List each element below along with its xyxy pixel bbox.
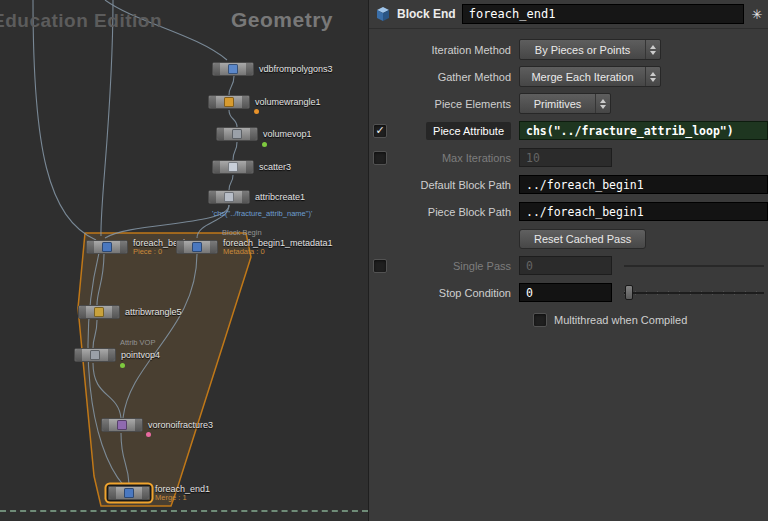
node-voronoifracture3[interactable]: voronoifracture3 (101, 418, 213, 432)
node-shape-selected (108, 486, 150, 500)
status-dot (254, 109, 259, 114)
iteration-method-dropdown[interactable]: By Pieces or Points (519, 39, 661, 60)
node-label: volumewrangle1 (255, 97, 321, 107)
node-type-header: Attrib VOP (120, 338, 155, 347)
check-icon: ✓ (375, 125, 384, 136)
node-label: voronoifracture3 (148, 420, 213, 430)
param-row-default-block-path: Default Block Path (369, 171, 768, 198)
max-iterations-checkbox[interactable] (373, 151, 387, 165)
houdini-window: Education Edition Geometry vdbfrompolygo… (0, 0, 768, 521)
attribcreate-icon (224, 192, 234, 202)
network-boundary-dashed-line (0, 510, 368, 512)
dropdown-value: Merge Each Iteration (520, 67, 645, 86)
node-type-header: Block Begin (222, 228, 262, 237)
dropdown-value: Primitives (520, 94, 595, 113)
node-name-input[interactable] (462, 4, 744, 24)
reset-cached-pass-button[interactable]: Reset Cached Pass (519, 229, 646, 249)
block-begin-icon (102, 242, 112, 252)
node-attribwrangle5[interactable]: attribwrangle5 (78, 305, 182, 319)
status-dot (120, 363, 125, 368)
node-comment: 'chs("../fracture_attrib_name")' (212, 209, 312, 218)
parameter-panel: Block End ✳ Iteration Method By Pieces o… (368, 0, 768, 521)
network-context-label: Geometry (231, 8, 333, 32)
block-begin-icon (192, 242, 202, 252)
node-shape (176, 240, 218, 254)
node-shape (74, 348, 116, 362)
foreach-block-region[interactable] (78, 233, 251, 506)
slider-handle[interactable] (625, 285, 633, 300)
node-badge: Metadata : 0 (223, 248, 333, 257)
iteration-method-label: Iteration Method (391, 44, 511, 56)
stop-condition-input[interactable] (519, 283, 612, 302)
node-scatter3[interactable]: scatter3 (212, 160, 291, 174)
single-pass-checkbox[interactable] (373, 259, 387, 273)
dropdown-value: By Pieces or Points (520, 40, 645, 59)
param-row-piece-elements: Piece Elements Primitives (369, 90, 768, 117)
piece-attribute-input[interactable] (519, 121, 768, 140)
node-label: volumevop1 (263, 129, 312, 139)
node-foreach-begin1-metadata1[interactable]: Block Begin foreach_begin1_metadata1 Met… (176, 238, 333, 257)
stop-condition-slider[interactable] (624, 283, 764, 303)
param-menu-icon[interactable]: ✳ (750, 7, 764, 22)
scatter-icon (228, 162, 238, 172)
param-row-iteration-method: Iteration Method By Pieces or Points (369, 36, 768, 63)
single-pass-slider[interactable] (624, 256, 764, 276)
node-vdbfrompolygons3[interactable]: vdbfrompolygons3 (212, 62, 333, 76)
multithread-checkbox[interactable] (533, 313, 547, 327)
volumevop-icon (232, 129, 242, 139)
node-shape (101, 418, 143, 432)
piece-block-path-input[interactable] (519, 202, 768, 221)
node-label: attribwrangle5 (125, 307, 182, 317)
node-label: scatter3 (259, 162, 291, 172)
param-row-multithread: Multithread when Compiled (369, 306, 768, 333)
node-shape (78, 305, 120, 319)
param-row-piece-block-path: Piece Block Path (369, 198, 768, 225)
node-pointvop4[interactable]: Attrib VOP pointvop4 (74, 348, 160, 362)
node-label: vdbfrompolygons3 (259, 64, 333, 74)
status-dot (262, 142, 267, 147)
max-iterations-input[interactable] (519, 148, 612, 167)
param-row-piece-attribute: ✓ Piece Attribute (369, 117, 768, 144)
node-shape (212, 160, 254, 174)
piece-elements-dropdown[interactable]: Primitives (519, 93, 611, 114)
single-pass-input[interactable] (519, 256, 612, 275)
param-row-stop-condition: Stop Condition (369, 279, 768, 306)
node-foreach-end1[interactable]: foreach_end1 Merge : 1 (108, 484, 210, 503)
node-volumevop1[interactable]: volumevop1 (216, 127, 312, 141)
single-pass-label: Single Pass (391, 260, 511, 272)
node-volumewrangle1[interactable]: volumewrangle1 (208, 95, 321, 109)
multithread-label: Multithread when Compiled (554, 314, 687, 326)
pointvop-icon (90, 350, 100, 360)
attribwrangle-icon (94, 307, 104, 317)
node-attribcreate1[interactable]: attribcreate1 (208, 190, 305, 204)
education-edition-watermark: Education Edition (0, 10, 162, 32)
parameter-header: Block End ✳ (369, 0, 768, 29)
node-label: attribcreate1 (255, 192, 305, 202)
spinner-arrows-icon (645, 67, 660, 86)
gather-method-label: Gather Method (391, 71, 511, 83)
slider-track (624, 292, 764, 294)
parameter-rows: Iteration Method By Pieces or Points Gat… (369, 29, 768, 333)
network-editor[interactable]: Education Edition Geometry vdbfrompolygo… (0, 0, 368, 521)
spinner-arrows-icon (595, 94, 610, 113)
piece-attribute-checkbox[interactable]: ✓ (373, 124, 387, 138)
vdbfrompolygons-icon (228, 64, 238, 74)
param-row-reset-cached-pass: Reset Cached Pass (369, 225, 768, 252)
node-shape (212, 62, 254, 76)
spinner-arrows-icon (645, 40, 660, 59)
status-dot (146, 432, 151, 437)
node-type-title: Block End (397, 7, 456, 21)
node-badge: Merge : 1 (155, 494, 210, 503)
default-block-path-label: Default Block Path (391, 179, 511, 191)
default-block-path-input[interactable] (519, 175, 768, 194)
node-shape (86, 240, 128, 254)
gather-method-dropdown[interactable]: Merge Each Iteration (519, 66, 661, 87)
block-end-icon (375, 6, 391, 22)
volumewrangle-icon (224, 97, 234, 107)
piece-elements-label: Piece Elements (391, 98, 511, 110)
node-shape (216, 127, 258, 141)
node-shape (208, 190, 250, 204)
network-wires (0, 0, 368, 521)
voronoifracture-icon (117, 420, 127, 430)
node-shape (208, 95, 250, 109)
